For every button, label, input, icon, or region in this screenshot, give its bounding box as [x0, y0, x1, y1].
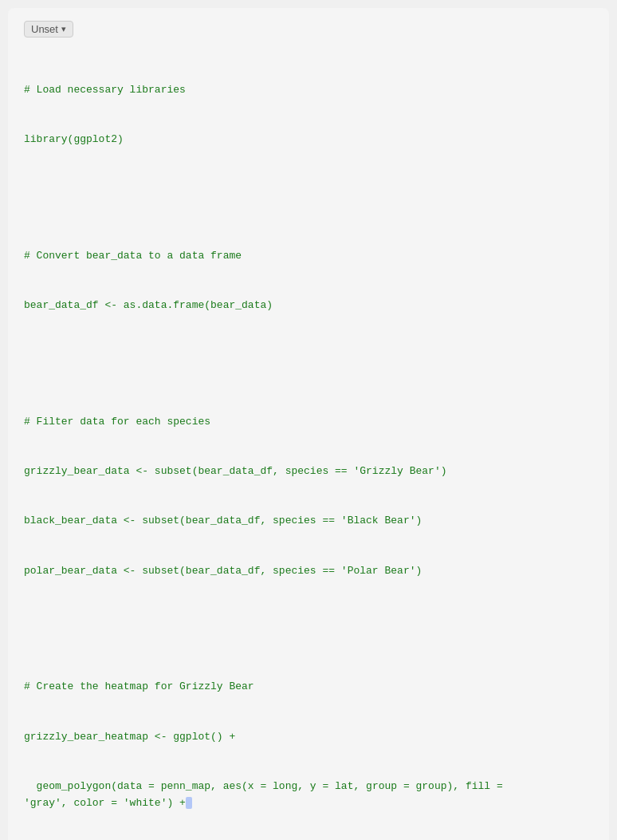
- code-polar-filter: polar_bear_data <- subset(bear_data_df, …: [24, 563, 593, 580]
- unset-button[interactable]: Unset: [24, 21, 73, 37]
- comment-filter: # Filter data for each species: [24, 414, 593, 431]
- toolbar: Unset: [24, 21, 593, 37]
- comment-convert: # Convert bear_data to a data frame: [24, 248, 593, 265]
- comment-grizzly-heatmap: # Create the heatmap for Grizzly Bear: [24, 679, 593, 696]
- code-block: # Load necessary libraries library(ggplo…: [24, 49, 593, 840]
- comment-load-libs: # Load necessary libraries: [24, 82, 593, 99]
- code-grizzly-filter: grizzly_bear_data <- subset(bear_data_df…: [24, 463, 593, 480]
- spacer-2: [24, 347, 593, 364]
- spacer-1: [24, 181, 593, 198]
- code-container: Unset # Load necessary libraries library…: [8, 8, 609, 840]
- code-convert: bear_data_df <- as.data.frame(bear_data): [24, 298, 593, 314]
- code-grizzly-geom: geom_polygon(data = penn_map, aes(x = lo…: [24, 779, 593, 812]
- spacer-3: [24, 613, 593, 629]
- cursor-highlight: [186, 797, 192, 809]
- code-black-filter: black_bear_data <- subset(bear_data_df, …: [24, 513, 593, 530]
- code-grizzly-ggplot: grizzly_bear_heatmap <- ggplot() +: [24, 729, 593, 746]
- code-library: library(ggplot2): [24, 132, 593, 148]
